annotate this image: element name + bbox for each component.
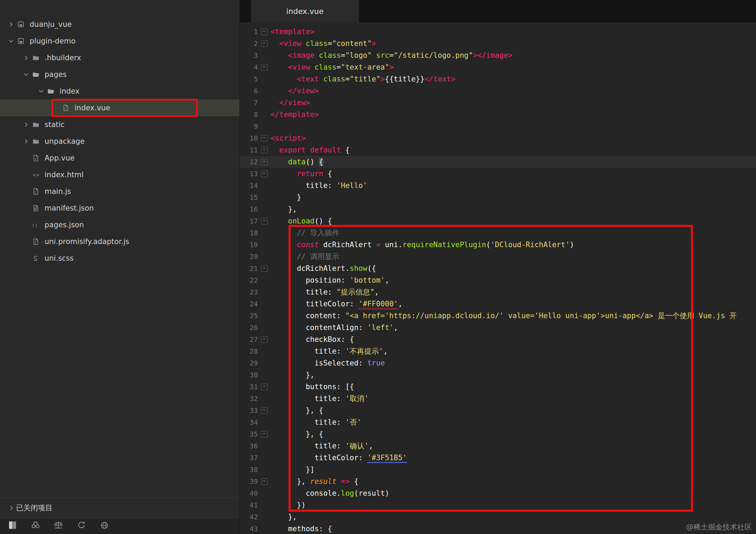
tree-item-plugin-demo[interactable]: plugin-demo (0, 33, 239, 49)
chevron-right-icon[interactable] (22, 137, 31, 146)
line-number: 18 (240, 227, 258, 239)
fold-marker-icon[interactable]: − (258, 476, 270, 487)
code-line[interactable]: 41 }) (240, 499, 756, 511)
code-line[interactable]: 42 }, (240, 511, 756, 523)
tree-item-.hbuilderx[interactable]: .hbuilderx (0, 49, 239, 66)
code-line[interactable]: 31− buttons: [{ (240, 381, 756, 393)
code-line[interactable]: 17− onLoad() { (240, 215, 756, 227)
code-line[interactable]: 9 (240, 120, 756, 132)
svg-text:J: J (35, 190, 36, 194)
code-line[interactable]: 2− <view class="content"> (240, 38, 756, 49)
code-line[interactable]: 36 title: '确认', (240, 440, 756, 452)
tree-item-main.js[interactable]: Jmain.js (0, 183, 239, 200)
code-line[interactable]: 5 <text class="title">{{title}}</text> (240, 73, 756, 85)
project-icon (16, 37, 26, 45)
fold-spacer (258, 109, 270, 120)
code-line[interactable]: 19 const dcRichAlert = uni.requireNative… (240, 239, 756, 251)
code-line[interactable]: 22 position: 'bottom', (240, 274, 756, 286)
code-line[interactable]: 39− }, result => { (240, 476, 756, 487)
code-line[interactable]: 29 isSelected: true (240, 357, 756, 369)
code-line[interactable]: 38 }] (240, 464, 756, 476)
tree-item-App.vue[interactable]: vApp.vue (0, 150, 239, 166)
scale-icon[interactable] (53, 519, 64, 531)
code-line[interactable]: 21− dcRichAlert.show({ (240, 262, 756, 274)
code-line[interactable]: 14 title: 'Hello' (240, 180, 756, 191)
fold-marker-icon[interactable]: − (258, 156, 270, 168)
code-line[interactable]: 40 console.log(result) (240, 487, 756, 499)
tree-item-uni.promisify.adaptor.js[interactable]: Juni.promisify.adaptor.js (0, 233, 239, 250)
tree-item-pages.json[interactable]: [ ]pages.json (0, 217, 239, 233)
code-line[interactable]: 10−<script> (240, 132, 756, 144)
fold-marker-icon[interactable]: − (258, 26, 270, 38)
fold-marker-icon[interactable]: − (258, 168, 270, 180)
code-line[interactable]: 35− }, { (240, 428, 756, 440)
annotation-box-file (52, 99, 198, 117)
code-line[interactable]: 6 </view> (240, 85, 756, 97)
chevron-right-icon[interactable] (22, 120, 31, 129)
chevron-down-icon[interactable] (22, 70, 31, 79)
code-line[interactable]: 23 title: "提示信息", (240, 286, 756, 298)
chevron-right-icon[interactable] (22, 54, 31, 62)
code-line[interactable]: 1−<template> (240, 26, 756, 38)
tree-item-duanju_vue[interactable]: duanju_vue (0, 16, 239, 33)
tree-item-index[interactable]: index (0, 83, 239, 100)
code-line[interactable]: 32 title: '取消' (240, 393, 756, 405)
fold-marker-icon[interactable]: − (258, 132, 270, 144)
code-line[interactable]: 18 // 导入插件 (240, 227, 756, 239)
fold-marker-icon[interactable]: − (258, 428, 270, 440)
code-line[interactable]: 12− data() { (240, 156, 756, 168)
fold-spacer (258, 274, 270, 286)
code-line[interactable]: 8</template> (240, 109, 756, 120)
code-line[interactable]: 20 // 调用显示 (240, 251, 756, 262)
code-line[interactable]: 43 methods: { (240, 523, 756, 534)
fold-marker-icon[interactable]: − (258, 38, 270, 49)
tree-item-label: index.html (45, 171, 84, 179)
tab-index-vue[interactable]: index.vue (251, 0, 359, 22)
search-icon[interactable] (30, 519, 41, 531)
fold-marker-icon[interactable]: − (258, 405, 270, 416)
closed-projects-row[interactable]: 已关闭项目 (0, 497, 239, 518)
tree-item-index.vue[interactable]: vindex.vue (0, 100, 239, 116)
code-line[interactable]: 28 title: '不再提示', (240, 345, 756, 357)
fold-marker-icon[interactable]: − (258, 381, 270, 393)
refresh-icon[interactable] (76, 519, 87, 531)
code-line[interactable]: 4− <view class="text-area"> (240, 61, 756, 73)
code-line[interactable]: 11− export default { (240, 144, 756, 156)
files-icon[interactable] (7, 519, 18, 531)
code-line[interactable]: 13− return { (240, 168, 756, 180)
tree-item-unpackage[interactable]: unpackage (0, 133, 239, 150)
chevron-down-icon[interactable] (7, 37, 16, 45)
code-line[interactable]: 7 </view> (240, 97, 756, 109)
tree-item-index.html[interactable]: <>index.html (0, 166, 239, 183)
tree-item-static[interactable]: static (0, 116, 239, 133)
fold-spacer (258, 180, 270, 191)
code-line[interactable]: 34 title: '否' (240, 416, 756, 428)
fold-marker-icon[interactable]: − (258, 215, 270, 227)
chevron-spacer (22, 204, 31, 212)
code-line[interactable]: 25 content: "<a href='https://uniapp.dcl… (240, 310, 756, 322)
code-line[interactable]: 3 <image class="logo" src="/static/logo.… (240, 49, 756, 61)
code-line[interactable]: 26 contentAlign: 'left', (240, 322, 756, 333)
code-area[interactable]: 1−<template>2− <view class="content">3 <… (240, 22, 756, 534)
code-line[interactable]: 30 }, (240, 369, 756, 381)
fold-marker-icon[interactable]: − (258, 262, 270, 274)
fold-marker-icon[interactable]: − (258, 144, 270, 156)
chevron-right-icon[interactable] (7, 20, 16, 29)
code-line[interactable]: 27− checkBox: { (240, 333, 756, 345)
fold-marker-icon[interactable]: − (258, 61, 270, 73)
code-text: }) (270, 499, 756, 511)
tree-item-pages[interactable]: pages (0, 66, 239, 83)
code-line[interactable]: 37 titleColor: '#3F51B5' (240, 452, 756, 464)
line-number: 15 (240, 191, 258, 203)
tree-item-manifest.json[interactable]: manifest.json (0, 200, 239, 217)
code-line[interactable]: 24 titleColor: '#FF0000', (240, 298, 756, 310)
code-line[interactable]: 33− }, { (240, 405, 756, 416)
fold-spacer (258, 49, 270, 61)
fold-marker-icon[interactable]: − (258, 333, 270, 345)
chevron-down-icon[interactable] (37, 87, 46, 95)
tree-item-uni.scss[interactable]: uni.scss (0, 250, 239, 267)
fold-spacer (258, 251, 270, 262)
code-line[interactable]: 15 } (240, 191, 756, 203)
globe-icon[interactable] (99, 519, 110, 531)
code-line[interactable]: 16 }, (240, 203, 756, 215)
